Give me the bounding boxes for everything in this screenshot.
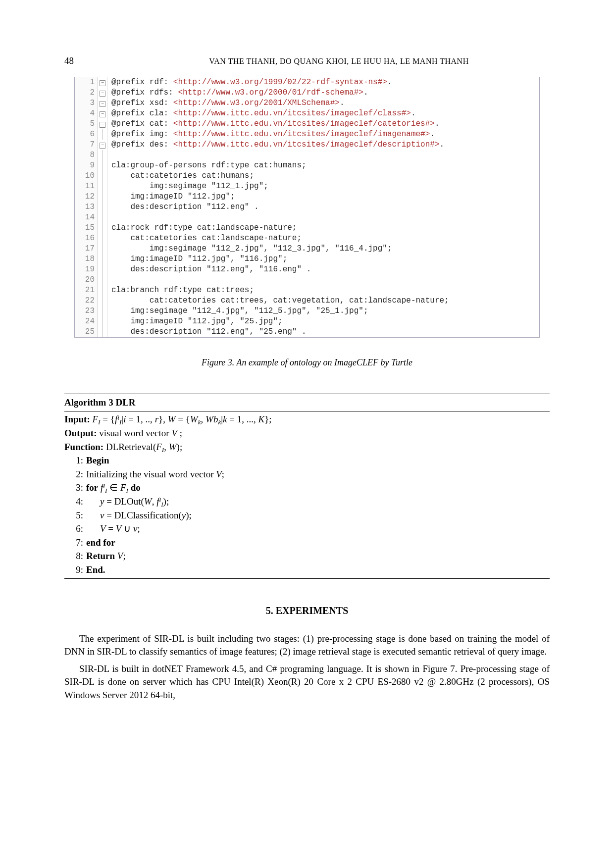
figure-label: Figure 3. [202,357,234,367]
figure-text: An example of ontology on ImageCLEF by T… [234,357,412,367]
line-number: 25 [75,327,98,337]
code-text: @prefix cat: <http://www.ittc.edu.vn/itc… [107,119,440,129]
code-text: @prefix cla: <http://www.ittc.edu.vn/itc… [107,108,416,119]
code-line: 9cla:group-of-persons rdf:type cat:human… [75,160,539,171]
code-line: 4−@prefix cla: <http://www.ittc.edu.vn/i… [75,108,539,119]
line-number: 6 [75,129,98,140]
fold-gutter[interactable] [98,223,107,233]
fold-minus-icon[interactable]: − [100,101,105,107]
fold-gutter[interactable]: − [98,77,107,88]
code-text: cla:branch rdf:type cat:trees; [107,285,254,296]
line-number: 21 [75,285,98,296]
code-line: 18 img:imageID "112.jpg", "116.jpg"; [75,254,539,264]
code-line: 3−@prefix xsd: <http://www.w3.org/2001/X… [75,98,539,108]
section-heading: 5. EXPERIMENTS [64,604,550,617]
fold-gutter[interactable] [98,171,107,181]
code-line: 16 cat:catetories cat:landscape-nature; [75,233,539,244]
fold-minus-icon[interactable]: − [100,143,105,149]
fold-gutter[interactable] [98,212,107,223]
fold-gutter[interactable] [98,296,107,306]
code-text: img:segimage "112_1.jpg"; [107,181,268,192]
code-line: 21cla:branch rdf:type cat:trees; [75,285,539,296]
fold-gutter[interactable] [98,327,107,337]
code-line: 5−@prefix cat: <http://www.ittc.edu.vn/i… [75,119,539,129]
code-line: 22 cat:catetories cat:trees, cat:vegetat… [75,296,539,306]
fold-gutter[interactable] [98,233,107,244]
line-number: 20 [75,275,98,285]
code-line: 2−@prefix rdfs: <http://www.w3.org/2000/… [75,88,539,98]
code-line: 20 [75,275,539,285]
line-number: 14 [75,212,98,223]
line-number: 9 [75,160,98,171]
fold-gutter[interactable] [98,202,107,212]
fold-minus-icon[interactable]: − [100,122,105,128]
code-text: img:segimage "112_2.jpg", "112_3.jpg", "… [107,244,392,254]
algo-step: 9:End. [64,563,550,577]
fold-gutter[interactable] [98,275,107,285]
code-text: img:imageID "112.jpg", "25.jpg"; [107,316,283,327]
fold-gutter[interactable]: − [98,140,107,150]
code-text [107,275,111,285]
code-text: cat:catetories cat:humans; [107,171,254,181]
algo-step: 7:end for [64,536,550,550]
code-line: 19 des:description "112.eng", "116.eng" … [75,264,539,275]
code-text: cat:catetories cat:trees, cat:vegetation… [107,296,449,306]
code-text: cla:group-of-persons rdf:type cat:humans… [107,160,307,171]
figure-caption: Figure 3. An example of ontology on Imag… [64,357,550,369]
algorithm-block: Algorithm 3 DLR Input: FI = {fiI|i = 1, … [64,394,550,579]
code-line: 7−@prefix des: <http://www.ittc.edu.vn/i… [75,140,539,150]
fold-gutter[interactable] [98,285,107,296]
algo-step: 3:for fiI ∈ FI do [64,481,550,495]
algo-output: Output: visual word vector V ; [64,427,550,440]
algo-input: Input: FI = {fiI|i = 1, .., r}, W = {Wk,… [64,413,550,426]
fold-gutter[interactable] [98,254,107,264]
line-number: 17 [75,244,98,254]
algo-step: 1:Begin [64,454,550,467]
algo-step: 5:v = DLClassification(y); [64,509,550,522]
fold-minus-icon[interactable]: − [100,91,105,97]
algo-step: 4:y = DLOut(W, fiI); [64,495,550,509]
code-text: @prefix rdfs: <http://www.w3.org/2000/01… [107,88,368,98]
fold-gutter[interactable] [98,316,107,327]
fold-minus-icon[interactable]: − [100,111,105,117]
body-paragraph: The experiment of SIR-DL is built includ… [64,632,550,659]
line-number: 4 [75,108,98,119]
fold-gutter[interactable] [98,181,107,192]
fold-gutter[interactable] [98,129,107,140]
fold-gutter[interactable]: − [98,88,107,98]
page-number: 48 [64,54,74,68]
code-line: 25 des:description "112.eng", "25.eng" . [75,327,539,337]
line-number: 1 [75,77,98,88]
line-number: 8 [75,150,98,160]
fold-gutter[interactable] [98,192,107,202]
line-number: 18 [75,254,98,264]
fold-gutter[interactable] [98,150,107,160]
code-line: 15cla:rock rdf:type cat:landscape-nature… [75,223,539,233]
fold-gutter[interactable] [98,244,107,254]
code-line: 11 img:segimage "112_1.jpg"; [75,181,539,192]
code-line: 8 [75,150,539,160]
code-text: img:segimage "112_4.jpg", "112_5.jpg", "… [107,306,368,316]
code-text: des:description "112.eng" . [107,202,259,212]
fold-gutter[interactable] [98,306,107,316]
code-line: 10 cat:catetories cat:humans; [75,171,539,181]
code-line: 17 img:segimage "112_2.jpg", "112_3.jpg"… [75,244,539,254]
line-number: 13 [75,202,98,212]
fold-gutter[interactable] [98,264,107,275]
code-line: 23 img:segimage "112_4.jpg", "112_5.jpg"… [75,306,539,316]
fold-gutter[interactable]: − [98,119,107,129]
algorithm-title: Algorithm 3 DLR [64,394,550,411]
fold-gutter[interactable]: − [98,98,107,108]
fold-minus-icon[interactable]: − [100,80,105,86]
code-text: des:description "112.eng", "25.eng" . [107,327,307,337]
code-line: 13 des:description "112.eng" . [75,202,539,212]
code-line: 1−@prefix rdf: <http://www.w3.org/1999/0… [75,77,539,88]
fold-gutter[interactable]: − [98,108,107,119]
body-paragraph: SIR-DL is built in dotNET Framework 4.5,… [64,663,550,702]
line-number: 23 [75,306,98,316]
line-number: 19 [75,264,98,275]
line-number: 12 [75,192,98,202]
code-editor-panel: 1−@prefix rdf: <http://www.w3.org/1999/0… [74,77,540,338]
algo-function: Function: DLRetrieval(FI, W); [64,441,550,454]
fold-gutter[interactable] [98,160,107,171]
